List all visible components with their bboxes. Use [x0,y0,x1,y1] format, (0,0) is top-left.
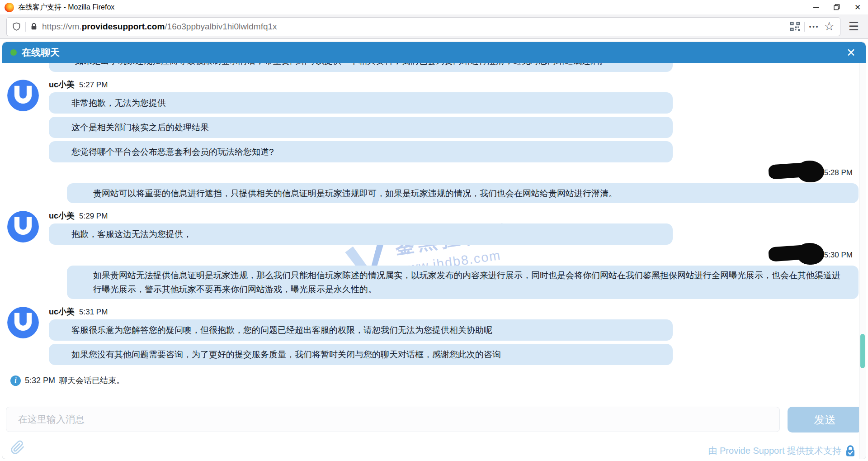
info-icon: i [10,375,21,386]
url-text[interactable]: https://vm.providesupport.com/16o3ppbyal… [42,22,786,32]
secure-lock-icon [845,445,856,457]
url-bar[interactable]: https://vm.providesupport.com/16o3ppbyal… [6,17,840,36]
visitor-message-group: dingbaogan 5:30 PM 如果贵网站无法提供信息证明是玩家违规，那么… [2,246,859,299]
paperclip-icon [10,439,25,456]
qr-code-icon[interactable] [790,22,800,31]
close-icon: ✕ [854,4,861,11]
urlbar-separator [804,22,805,32]
browser-titlebar: 在线客户支持 - Mozilla Firefox ✕ [0,0,868,14]
visitor-name-redacted: dingbaogan [773,168,817,177]
message-time: 5:30 PM [824,251,853,260]
agent-message-group: uc小美 5:31 PM 客服很乐意为您解答您的疑问噢，但很抱歉，您的问题已经超… [2,306,859,365]
partial-message-bubble: 如果是出于玩家违规投注而导致被限制登录的话，希望贵网站可以提供一下相关资料，我们… [49,63,673,72]
message-bubble: 贵网站可以将重要的信息进行遮挡，只提供相关的信息证明是玩家违规即可，如果是玩家违… [67,183,859,203]
agent-message-group: uc小美 5:27 PM 非常抱歉，无法为您提供 这个是相关部门核实之后的处理结… [2,79,859,162]
restore-icon [834,4,840,10]
message-bubble: 您觉得哪个平台会公布恶意套利会员的玩法给您知道? [49,141,673,162]
message-bubble: 抱歉，客服这边无法为您提供， [49,223,673,245]
system-message-row: i 5:32 PM 聊天会话已结束。 [2,375,859,386]
agent-avatar [7,79,39,112]
chat-window: 在线聊天 ✕ 鉴黑担保网 www.jhdb8.com 如果是出于玩家违规投注而导… [2,42,866,459]
page-actions-icon[interactable]: ••• [809,23,820,30]
window-title: 在线客户支持 - Mozilla Firefox [18,3,114,12]
message-input[interactable] [6,407,780,432]
minimize-icon [813,7,819,8]
scrollbar-thumb[interactable] [860,334,865,368]
browser-toolbar: https://vm.providesupport.com/16o3ppbyal… [0,14,868,39]
message-time: 5:29 PM [79,212,108,221]
url-scheme: https://vm. [42,22,82,31]
online-status-dot [10,49,17,56]
powered-by-footer[interactable]: 由 Provide Support 提供技术支持 [708,445,856,457]
message-bubble: 非常抱歉，无法为您提供 [49,92,673,114]
agent-message-group: uc小美 5:29 PM 抱歉，客服这边无法为您提供， [2,210,859,245]
message-time: 5:31 PM [79,308,108,317]
restore-button[interactable] [826,0,847,14]
agent-name: uc小美 [49,210,75,221]
url-path: /16o3ppbyalbiv1hi0lwldmfq1x [165,22,277,31]
system-text: 聊天会话已结束。 [59,375,124,386]
visitor-message-group: dingbaogan 5:28 PM 贵网站可以将重要的信息进行遮挡，只提供相关… [2,163,859,203]
send-button[interactable]: 发送 [788,407,862,432]
redaction-scribble [797,243,824,265]
system-time: 5:32 PM [25,376,55,385]
agent-name: uc小美 [49,306,75,317]
chat-close-button[interactable]: ✕ [846,47,856,58]
powered-by-text: 由 Provide Support 提供技术支持 [708,445,841,457]
message-bubble: 如果贵网站无法提供信息证明是玩家违规，那么我们只能相信玩家陈述的情况属实，以玩家… [67,266,859,299]
chat-header: 在线聊天 ✕ [2,42,866,63]
message-time: 5:27 PM [79,81,108,90]
firefox-icon [5,3,14,12]
agent-avatar [7,306,39,339]
close-window-button[interactable]: ✕ [847,0,868,14]
chat-title: 在线聊天 [22,46,60,59]
message-bubble: 这个是相关部门核实之后的处理结果 [49,117,673,138]
chat-scrollbar[interactable] [859,63,866,459]
message-time: 5:28 PM [824,168,853,177]
url-domain: providesupport.com [82,22,165,31]
message-bubble: 如果您没有其他问题需要咨询，为了更好的提交服务质量，我们将暂时关闭与您的聊天对话… [49,344,673,365]
lock-icon[interactable] [30,22,38,31]
chat-message-area[interactable]: 鉴黑担保网 www.jhdb8.com 如果是出于玩家违规投注而导致被限制登录的… [2,63,859,403]
urlbar-separator [25,22,26,32]
minimize-button[interactable] [806,0,826,14]
visitor-name-redacted: dingbaogan [773,251,817,260]
menu-hamburger-icon[interactable]: ☰ [846,19,862,33]
redaction-scribble [797,161,824,182]
message-bubble: 客服很乐意为您解答您的疑问噢，但很抱歉，您的问题已经超出客服的权限，请恕我们无法… [49,319,673,341]
tracking-shield-icon[interactable] [12,22,21,31]
attach-file-button[interactable] [10,439,25,457]
agent-name: uc小美 [49,79,75,90]
bookmark-star-icon[interactable]: ☆ [824,19,834,33]
agent-avatar [7,210,39,243]
